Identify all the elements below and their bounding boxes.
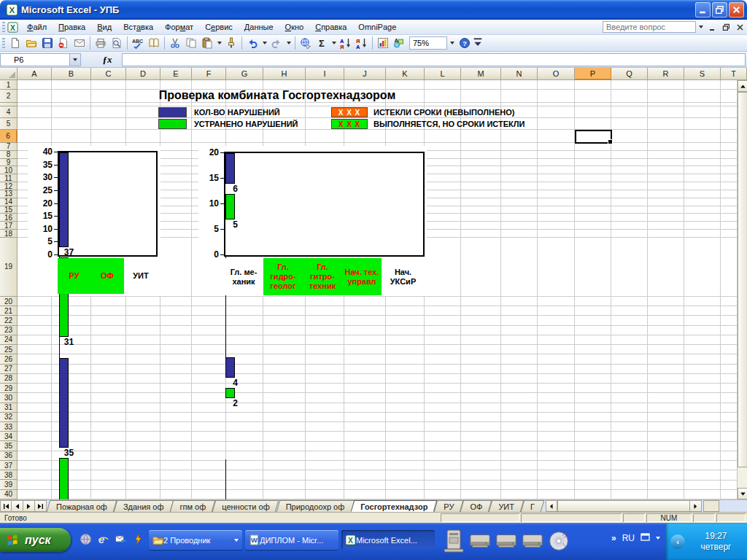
column-header-H[interactable]: H <box>263 68 306 80</box>
toolbar-options-icon[interactable] <box>473 36 483 50</box>
scroll-up-icon[interactable] <box>738 80 747 92</box>
sheet-tab-2[interactable]: Здания оф <box>115 500 172 512</box>
hard-drive-icon[interactable] <box>495 529 518 553</box>
row-header-2[interactable]: 2 <box>0 90 18 103</box>
row-header-20[interactable]: 20 <box>0 297 18 306</box>
taskbar-button-3[interactable]: XMicrosoft Excel... <box>341 530 435 550</box>
hard-drive-icon[interactable] <box>521 529 544 553</box>
sheet-tab-5[interactable]: Природоохр оф <box>278 500 353 512</box>
cut-button[interactable] <box>167 36 183 50</box>
sheet-tab-7[interactable]: РУ <box>436 500 462 512</box>
column-header-B[interactable]: B <box>52 68 91 80</box>
column-header-G[interactable]: G <box>226 68 263 80</box>
row-header-5[interactable]: 5 <box>0 118 18 130</box>
hard-drive-icon[interactable] <box>468 529 492 553</box>
new-document-button[interactable] <box>7 36 23 50</box>
menubar-grip[interactable] <box>2 22 5 33</box>
column-header-K[interactable]: K <box>386 68 425 80</box>
row-header-19[interactable]: 19 <box>0 238 18 297</box>
name-box-dropdown-icon[interactable] <box>70 53 81 66</box>
scroll-down-icon[interactable] <box>738 488 747 499</box>
redo-dropdown-icon[interactable] <box>285 36 293 50</box>
copy-button[interactable] <box>183 36 199 50</box>
row-header-10[interactable]: 10 <box>0 166 18 174</box>
column-header-D[interactable]: D <box>126 68 160 80</box>
workbook-minimize-button[interactable] <box>706 22 719 33</box>
menu-format[interactable]: Формат <box>159 20 199 34</box>
column-header-P[interactable]: P <box>575 68 611 80</box>
select-all-corner[interactable] <box>0 68 18 80</box>
menu-data[interactable]: Данные <box>239 20 279 34</box>
permission-button[interactable] <box>55 36 71 50</box>
row-header-26[interactable]: 26 <box>0 354 18 364</box>
row-header-29[interactable]: 29 <box>0 384 18 393</box>
sheet-tab-8[interactable]: ОФ <box>462 500 490 512</box>
menu-file[interactable]: Файл <box>21 20 53 34</box>
insert-hyperlink-button[interactable] <box>298 36 314 50</box>
scroll-left-icon[interactable] <box>546 500 557 512</box>
sheet-tab-1[interactable]: Пожарная оф <box>48 500 115 512</box>
msn-icon[interactable] <box>80 533 92 545</box>
column-header-O[interactable]: O <box>538 68 575 80</box>
column-header-S[interactable]: S <box>684 68 721 80</box>
language-indicator[interactable]: RU <box>622 533 635 543</box>
row-header-12[interactable]: 12 <box>0 182 18 190</box>
next-sheet-button[interactable] <box>23 500 35 512</box>
first-sheet-button[interactable] <box>0 500 12 512</box>
research-button[interactable] <box>146 36 162 50</box>
insert-function-button[interactable]: ƒx <box>97 53 117 66</box>
row-header-9[interactable]: 9 <box>0 159 18 167</box>
scroll-right-icon[interactable] <box>690 500 702 512</box>
floppy-drive-icon[interactable] <box>442 529 465 553</box>
row-header-37[interactable]: 37 <box>0 461 18 470</box>
undo-button[interactable] <box>244 36 260 50</box>
undo-dropdown-icon[interactable] <box>260 36 268 50</box>
row-header-27[interactable]: 27 <box>0 365 18 374</box>
column-header-Q[interactable]: Q <box>611 68 648 80</box>
name-box[interactable]: P6 <box>0 53 70 66</box>
column-header-C[interactable]: C <box>91 68 126 80</box>
row-header-6[interactable]: 6 <box>0 130 18 143</box>
winamp-icon[interactable] <box>132 533 144 545</box>
row-header-21[interactable]: 21 <box>0 306 18 316</box>
autosum-button[interactable]: Σ <box>314 36 330 50</box>
menu-help[interactable]: Справка <box>309 20 352 34</box>
sheet-tab-3[interactable]: гпм оф <box>171 500 214 512</box>
row-header-40[interactable]: 40 <box>0 490 18 499</box>
column-header-R[interactable]: R <box>648 68 684 80</box>
row-header-39[interactable]: 39 <box>0 480 18 489</box>
row-header-11[interactable]: 11 <box>0 174 18 182</box>
zoom-combobox[interactable]: 75% <box>409 36 447 50</box>
row-header-4[interactable]: 4 <box>0 106 18 118</box>
row-header-18[interactable]: 18 <box>0 230 18 238</box>
paste-dropdown-icon[interactable] <box>215 36 223 50</box>
column-header-N[interactable]: N <box>501 68 538 80</box>
vertical-scroll-thumb[interactable] <box>738 92 747 467</box>
row-header-14[interactable]: 14 <box>0 198 18 206</box>
row-header-30[interactable]: 30 <box>0 393 18 402</box>
cd-drive-icon[interactable] <box>547 529 570 553</box>
vertical-scrollbar[interactable] <box>737 80 747 499</box>
row-header-28[interactable]: 28 <box>0 374 18 384</box>
row-header-34[interactable]: 34 <box>0 432 18 441</box>
close-button[interactable] <box>729 2 744 18</box>
menu-window[interactable]: Окно <box>279 20 310 34</box>
column-header-E[interactable]: E <box>160 68 192 80</box>
save-button[interactable] <box>39 36 55 50</box>
row-header-1[interactable]: 1 <box>0 80 18 90</box>
zoom-dropdown-icon[interactable] <box>447 37 457 49</box>
sort-descending-button[interactable]: ЯА <box>354 36 370 50</box>
paste-button[interactable] <box>199 36 215 50</box>
column-header-L[interactable]: L <box>425 68 461 80</box>
row-header-36[interactable]: 36 <box>0 451 18 461</box>
column-header-J[interactable]: J <box>344 68 386 80</box>
row-header-13[interactable]: 13 <box>0 190 18 198</box>
workbook-restore-button[interactable] <box>720 22 732 33</box>
restore-button[interactable] <box>712 2 727 18</box>
menu-tools[interactable]: Сервис <box>199 20 239 34</box>
row-header-25[interactable]: 25 <box>0 345 18 354</box>
toolbar-grip[interactable] <box>2 38 5 49</box>
autosum-dropdown-icon[interactable] <box>330 36 338 50</box>
internet-explorer-icon[interactable]: e <box>97 533 109 545</box>
menu-omnipage[interactable]: OmniPage <box>352 20 402 34</box>
